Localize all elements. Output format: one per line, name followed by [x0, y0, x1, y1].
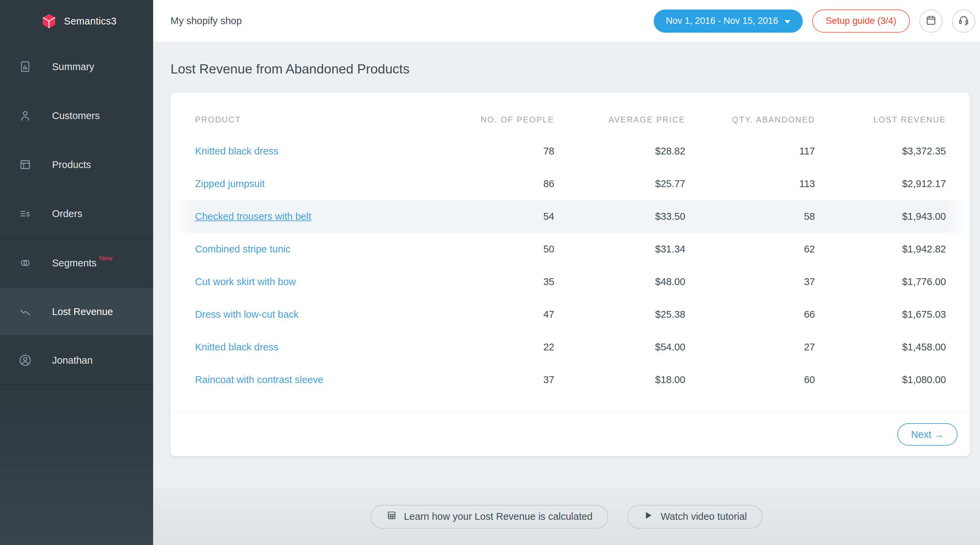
lost-revenue-cell: $1,943.00 [815, 211, 946, 222]
average-price-cell: $33.50 [554, 211, 685, 222]
card-footer: Next → [170, 413, 970, 456]
product-cell: Checked trousers with belt [195, 211, 418, 222]
calendar-button[interactable] [920, 10, 943, 33]
table-header-row: PRODUCT NO. OF PEOPLE AVERAGE PRICE QTY.… [170, 105, 970, 135]
product-link[interactable]: Knitted black dress [195, 146, 278, 156]
average-price-cell: $25.77 [554, 178, 685, 189]
sidebar-nav: Summary Customers Prod [0, 42, 153, 385]
sidebar-item-label: Products [52, 159, 91, 170]
lost-revenue-card: PRODUCT NO. OF PEOPLE AVERAGE PRICE QTY.… [170, 92, 970, 456]
qty-abandoned-cell: 60 [685, 374, 815, 385]
learn-lost-revenue-button[interactable]: Learn how your Lost Revenue is calculate… [371, 505, 608, 529]
bar-chart-icon [18, 60, 32, 73]
people-cell: 86 [418, 178, 554, 189]
sidebar-item-label: Segments [52, 257, 97, 269]
brand-logo[interactable]: Semantics3 [0, 0, 153, 42]
product-cell: Dress with low-cut back [195, 309, 418, 320]
lost-revenue-cell: $1,942.82 [815, 243, 946, 255]
table-row: Zipped jumpsuit 86 $25.77 113 $2,912.17 [170, 167, 970, 200]
svg-text:$: $ [26, 211, 30, 218]
window-icon [18, 158, 32, 172]
qty-abandoned-cell: 58 [685, 211, 815, 222]
sidebar-user-label: Jonathan [52, 355, 92, 366]
sidebar-item-customers[interactable]: Customers [0, 91, 153, 140]
product-link[interactable]: Zipped jumpsuit [195, 178, 265, 189]
column-header: AVERAGE PRICE [554, 115, 685, 124]
date-range-button[interactable]: Nov 1, 2016 - Nov 15, 2016 [654, 10, 803, 33]
average-price-cell: $31.34 [554, 243, 685, 255]
product-link[interactable]: Checked trousers with belt [195, 211, 311, 222]
qty-abandoned-cell: 27 [685, 342, 815, 353]
lost-revenue-cell: $1,776.00 [815, 276, 946, 288]
sidebar-item-summary[interactable]: Summary [0, 42, 153, 91]
people-cell: 35 [418, 276, 554, 288]
product-cell: Combined stripe tunic [195, 243, 418, 255]
watch-video-button[interactable]: Watch video tutorial [627, 505, 762, 529]
topbar: My shopify shop Nov 1, 2016 - Nov 15, 20… [153, 0, 980, 42]
brand-name: Semantics3 [64, 16, 117, 27]
product-link[interactable]: Combined stripe tunic [195, 243, 290, 254]
page-title: Lost Revenue from Abandoned Products [170, 61, 970, 77]
product-link[interactable]: Dress with low-cut back [195, 309, 299, 320]
chevron-down-icon [784, 20, 791, 24]
sidebar-item-label: Lost Revenue [52, 306, 113, 318]
venn-circles-icon [18, 256, 32, 270]
table-row: Combined stripe tunic 50 $31.34 62 $1,94… [170, 233, 970, 265]
support-headset-icon [958, 14, 969, 27]
next-page-button[interactable]: Next → [897, 423, 958, 446]
people-cell: 50 [418, 243, 554, 255]
content-inner: Lost Revenue from Abandoned Products PRO… [153, 42, 980, 488]
product-cell: Cut work skirt with bow [195, 276, 418, 288]
people-cell: 54 [418, 211, 554, 222]
help-band: Learn how your Lost Revenue is calculate… [153, 488, 980, 545]
content: Lost Revenue from Abandoned Products PRO… [153, 42, 980, 545]
average-price-cell: $18.00 [554, 374, 685, 385]
sidebar-item-label: Customers [52, 110, 100, 121]
people-cell: 22 [418, 342, 554, 353]
support-button[interactable] [952, 10, 975, 33]
column-header: QTY. ABANDONED [685, 115, 815, 124]
product-link[interactable]: Knitted black dress [195, 342, 278, 353]
average-price-cell: $28.82 [554, 146, 685, 157]
new-badge: New [99, 254, 113, 262]
table-row: Knitted black dress 78 $28.82 117 $3,372… [170, 135, 970, 167]
product-link[interactable]: Raincoat with contrast sleeve [195, 374, 323, 385]
table-row: Raincoat with contrast sleeve 37 $18.00 … [170, 363, 970, 396]
cube-logo-icon [41, 13, 57, 29]
table-row: Cut work skirt with bow 35 $48.00 37 $1,… [170, 265, 970, 298]
people-cell: 37 [418, 374, 554, 385]
qty-abandoned-cell: 113 [685, 178, 815, 189]
date-range-label: Nov 1, 2016 - Nov 15, 2016 [666, 16, 778, 26]
qty-abandoned-cell: 66 [685, 309, 815, 320]
sidebar-item-orders[interactable]: $ Orders [0, 189, 153, 238]
sidebar-item-lost-revenue[interactable]: Lost Revenue [0, 287, 153, 336]
setup-guide-button[interactable]: Setup guide (3/4) [812, 10, 910, 33]
product-cell: Raincoat with contrast sleeve [195, 374, 418, 385]
sidebar-item-segments[interactable]: Segments New [0, 238, 153, 287]
product-cell: Knitted black dress [195, 342, 418, 353]
product-link[interactable]: Cut work skirt with bow [195, 276, 296, 287]
avatar-icon [18, 353, 32, 367]
qty-abandoned-cell: 117 [685, 146, 815, 157]
column-header: NO. OF PEOPLE [418, 115, 554, 124]
calculator-grid-icon [386, 510, 397, 523]
average-price-cell: $25.38 [554, 309, 685, 320]
sidebar-item-user[interactable]: Jonathan [0, 336, 153, 385]
sidebar-item-label: Summary [52, 61, 94, 73]
video-label: Watch video tutorial [660, 511, 747, 522]
person-icon [18, 109, 32, 122]
column-header: PRODUCT [195, 115, 418, 124]
calendar-icon [925, 14, 937, 27]
people-cell: 47 [418, 309, 554, 320]
qty-abandoned-cell: 37 [685, 276, 815, 288]
lost-revenue-cell: $1,080.00 [815, 374, 946, 385]
play-icon [643, 510, 654, 523]
column-header: LOST REVENUE [815, 115, 946, 124]
sidebar-item-products[interactable]: Products [0, 140, 153, 189]
people-cell: 78 [418, 146, 554, 157]
lost-revenue-cell: $2,912.17 [815, 178, 946, 189]
table-row: Checked trousers with belt 54 $33.50 58 … [170, 200, 970, 233]
topbar-actions: Nov 1, 2016 - Nov 15, 2016 Setup guide (… [654, 10, 975, 33]
app-root: Semantics3 Summary [0, 0, 980, 545]
qty-abandoned-cell: 62 [685, 243, 815, 255]
